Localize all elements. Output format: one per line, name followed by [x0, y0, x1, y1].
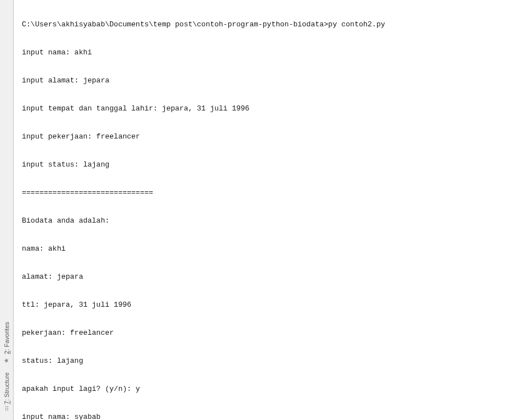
terminal-line: ttl: jepara, 31 juli 1996 [22, 298, 516, 312]
sidebar-item-structure[interactable]: ⠿ 7: Structure [2, 368, 11, 416]
sidebar-item-favorites[interactable]: ★ 2: Favorites [2, 317, 11, 368]
terminal-line: input alamat: jepara [22, 73, 516, 87]
terminal-line: input pekerjaan: freelancer [22, 130, 516, 144]
terminal-line: input nama: syabab [22, 410, 516, 420]
ide-sidebar: ★ 2: Favorites ⠿ 7: Structure [0, 0, 13, 420]
terminal-line: C:\Users\akhisyabab\Documents\temp post\… [22, 17, 516, 31]
terminal-line: Biodata anda adalah: [22, 214, 516, 228]
terminal-line: input tempat dan tanggal lahir: jepara, … [22, 101, 516, 116]
sidebar-item-label: 7: Structure [3, 372, 10, 404]
terminal-line: input status: lajang [22, 158, 516, 172]
terminal-line: status: lajang [22, 354, 516, 368]
terminal-output[interactable]: C:\Users\akhisyabab\Documents\temp post\… [13, 0, 520, 420]
sidebar-item-label: 2: Favorites [3, 322, 10, 354]
star-icon: ★ [3, 356, 10, 363]
terminal-line: input nama: akhi [22, 45, 516, 59]
terminal-line: pekerjaan: freelancer [22, 326, 516, 340]
terminal-line: ============================== [22, 186, 516, 200]
terminal-line: apakah input lagi? (y/n): y [22, 382, 516, 396]
terminal-line: alamat: jepara [22, 270, 516, 284]
structure-icon: ⠿ [4, 405, 9, 413]
terminal-line: nama: akhi [22, 242, 516, 256]
